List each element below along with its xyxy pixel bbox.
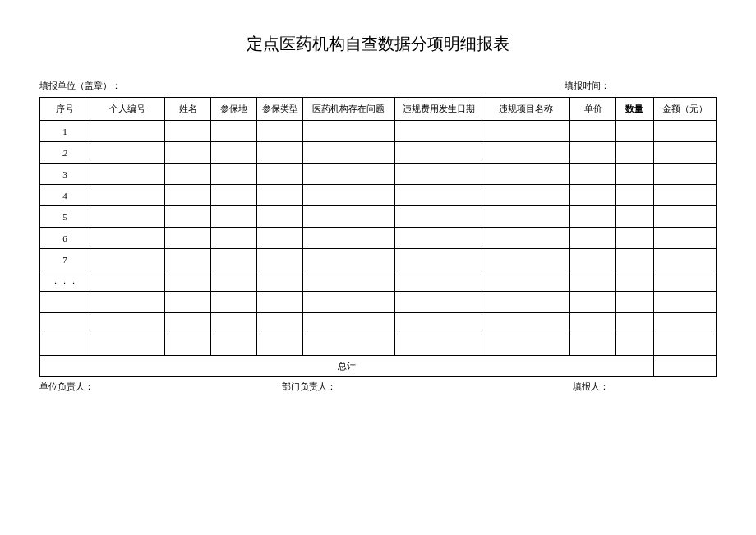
col-pid: 个人编号 [90,98,164,121]
total-row: 总计 [40,356,717,377]
table-row [40,292,717,313]
unit-leader-label: 单位负责人： [39,380,183,393]
cell [615,292,653,313]
cell [394,206,482,228]
cell [90,142,164,164]
table-row: 2 [40,142,717,164]
cell [303,121,395,142]
cell [257,249,303,270]
cell [90,121,164,142]
cell [211,121,257,142]
cell [482,228,570,249]
cell [394,292,482,313]
cell [257,270,303,292]
cell [303,164,395,185]
cell [165,121,211,142]
cell-seq: 2 [40,142,90,164]
cell [165,228,211,249]
cell [394,164,482,185]
col-qty: 数量 [615,98,653,121]
col-issue: 医药机构存在问题 [303,98,395,121]
cell [482,334,570,356]
table-row: 1 [40,121,717,142]
cell [257,292,303,313]
cell [165,334,211,356]
cell [570,334,616,356]
cell [211,270,257,292]
table-row: 5 [40,206,717,228]
cell [482,270,570,292]
cell [615,249,653,270]
cell-seq: 7 [40,249,90,270]
cell [303,228,395,249]
cell [211,164,257,185]
col-loc: 参保地 [211,98,257,121]
dept-leader-label: 部门负责人： [183,380,426,393]
cell [211,185,257,206]
cell [482,142,570,164]
cell [615,228,653,249]
col-price: 单价 [570,98,616,121]
cell [482,292,570,313]
cell [257,206,303,228]
time-label: 填报时间： [565,80,717,92]
cell [570,249,616,270]
table-row: ．．． [40,270,717,292]
cell [615,185,653,206]
cell [653,270,716,292]
total-label: 总计 [40,356,654,377]
cell [303,334,395,356]
cell-seq: 4 [40,185,90,206]
cell [303,206,395,228]
table-row: 3 [40,164,717,185]
cell [570,228,616,249]
footer-row: 单位负责人： 部门负责人： 填报人： [0,377,756,393]
cell [257,313,303,334]
cell [394,270,482,292]
cell [570,206,616,228]
cell [257,142,303,164]
cell [482,164,570,185]
cell [211,313,257,334]
cell [615,121,653,142]
cell [211,334,257,356]
cell [303,142,395,164]
cell [615,142,653,164]
cell [615,206,653,228]
cell [482,313,570,334]
cell [615,313,653,334]
table-row [40,313,717,334]
cell [90,249,164,270]
table-row [40,334,717,356]
cell [90,313,164,334]
cell [615,270,653,292]
col-seq: 序号 [40,98,90,121]
cell [482,185,570,206]
cell [211,292,257,313]
cell [482,206,570,228]
cell [165,292,211,313]
cell [394,121,482,142]
table-body: 1 2 3 4 [40,121,717,377]
cell [211,249,257,270]
cell-seq: ．．． [40,270,90,292]
cell-seq: 5 [40,206,90,228]
table-row: 6 [40,228,717,249]
cell-seq: 1 [40,121,90,142]
cell [90,292,164,313]
cell-seq [40,334,90,356]
cell [257,121,303,142]
cell [570,164,616,185]
cell [394,142,482,164]
cell [165,249,211,270]
cell [653,228,716,249]
cell [653,313,716,334]
cell [90,334,164,356]
cell [570,313,616,334]
cell [165,270,211,292]
col-date: 违规费用发生日期 [394,98,482,121]
cell [570,121,616,142]
table-row: 4 [40,185,717,206]
cell [211,228,257,249]
cell [615,334,653,356]
